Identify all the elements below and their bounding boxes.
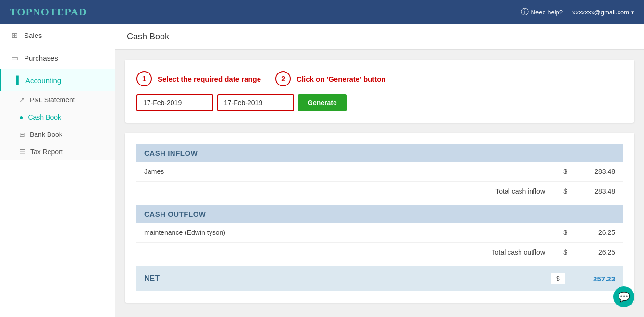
outflow-total-amount: 26.25 (567, 248, 615, 256)
trend-up-icon: ↗ (19, 96, 25, 104)
step2-text: Click on 'Generate' button (297, 75, 386, 83)
main-layout: ⊞ Sales ▭ Purchases ▐ Accounting ↗ P&L S… (0, 24, 644, 317)
net-currency: $ (551, 273, 565, 284)
generate-button[interactable]: Generate (298, 94, 347, 111)
sidebar-item-cash-book[interactable]: ● Cash Book (0, 109, 115, 126)
chat-icon: 💬 (618, 291, 630, 303)
cash-outflow-header: CASH OUTFLOW (136, 205, 623, 223)
inflow-row-amount: 283.48 (567, 168, 615, 175)
submenu-label-bank-book: Bank Book (30, 131, 62, 138)
inflow-row-name: James (144, 168, 553, 175)
date-to-input[interactable] (217, 94, 294, 111)
submenu-label-pl: P&L Statement (30, 96, 75, 104)
main-content: Cash Book 1 Select the required date ran… (115, 24, 644, 317)
cash-outflow-row-maintenance: maintenance (Edwin tyson) $ 26.25 (136, 223, 623, 243)
inflow-total-label: Total cash inflow (144, 187, 553, 195)
bar-chart-icon: ▐ (11, 76, 21, 85)
header-right: ⓘ Need help? xxxxxxx@gmail.com ▾ (521, 7, 634, 17)
user-menu[interactable]: xxxxxxx@gmail.com ▾ (572, 9, 634, 16)
cash-outflow-total-row: Total cash outflow $ 26.25 (136, 243, 623, 262)
step1-text: Select the required date range (158, 75, 261, 83)
sidebar-label-accounting: Accounting (25, 76, 61, 85)
content-area: 1 Select the required date range 2 Click… (115, 50, 644, 312)
sidebar-item-tax-report[interactable]: ☰ Tax Report (0, 143, 115, 160)
sidebar-item-purchases[interactable]: ▭ Purchases (0, 47, 115, 69)
sidebar-item-sales[interactable]: ⊞ Sales (0, 24, 115, 47)
inflow-total-amount: 283.48 (567, 187, 615, 195)
cash-inflow-header: CASH INFLOW (136, 144, 623, 162)
cash-outflow-section: CASH OUTFLOW maintenance (Edwin tyson) $… (136, 205, 623, 262)
app-header: TopNotepad ⓘ Need help? xxxxxxx@gmail.co… (0, 0, 644, 24)
page-title: Cash Book (127, 32, 632, 42)
bank-icon: ⊟ (19, 131, 25, 138)
outflow-total-currency: $ (553, 248, 567, 256)
inbox-icon: ▭ (10, 53, 19, 62)
outflow-row-currency: $ (553, 229, 567, 236)
cash-inflow-total-row: Total cash inflow $ 283.48 (136, 182, 623, 201)
app-logo: TopNotepad (10, 6, 87, 18)
outflow-row-name: maintenance (Edwin tyson) (144, 229, 553, 236)
layers-icon: ⊞ (10, 31, 19, 40)
outflow-total-label: Total cash outflow (144, 248, 553, 256)
help-icon: ⓘ (521, 7, 529, 17)
net-row: NET $ 257.23 (136, 266, 623, 291)
net-label: NET (144, 274, 551, 283)
step2-circle: 2 (275, 71, 291, 86)
sidebar-item-accounting[interactable]: ▐ Accounting (0, 69, 115, 91)
results-card: CASH INFLOW James $ 283.48 Total cash in… (125, 133, 634, 303)
submenu-label-tax-report: Tax Report (30, 148, 63, 156)
net-amount: 257.23 (567, 275, 615, 283)
sidebar: ⊞ Sales ▭ Purchases ▐ Accounting ↗ P&L S… (0, 24, 115, 317)
accounting-submenu: ↗ P&L Statement ● Cash Book ⊟ Bank Book … (0, 91, 115, 160)
outflow-row-amount: 26.25 (567, 229, 615, 236)
sidebar-item-bank-book[interactable]: ⊟ Bank Book (0, 126, 115, 143)
cash-inflow-row-james: James $ 283.48 (136, 162, 623, 182)
instructions-row: 1 Select the required date range 2 Click… (136, 71, 623, 86)
help-label: Need help? (531, 9, 563, 16)
step1-circle: 1 (136, 71, 152, 86)
dollar-circle-icon: ● (19, 113, 23, 121)
user-email: xxxxxxx@gmail.com (572, 9, 629, 16)
instructions-card: 1 Select the required date range 2 Click… (125, 60, 634, 123)
date-range-row: Generate (136, 94, 623, 111)
cash-inflow-section: CASH INFLOW James $ 283.48 Total cash in… (136, 144, 623, 201)
step1-item: 1 Select the required date range (136, 71, 261, 86)
step2-item: 2 Click on 'Generate' button (275, 71, 386, 86)
inflow-row-currency: $ (553, 168, 567, 175)
help-link[interactable]: ⓘ Need help? (521, 7, 563, 17)
sidebar-label-sales: Sales (24, 31, 42, 39)
document-icon: ☰ (19, 148, 25, 156)
chevron-down-icon: ▾ (631, 9, 634, 16)
page-title-bar: Cash Book (115, 24, 644, 50)
sidebar-item-pl-statement[interactable]: ↗ P&L Statement (0, 91, 115, 109)
date-from-input[interactable] (136, 94, 213, 111)
chat-bubble[interactable]: 💬 (613, 286, 634, 307)
submenu-label-cash-book: Cash Book (28, 113, 61, 121)
sidebar-label-purchases: Purchases (24, 54, 58, 62)
inflow-total-currency: $ (553, 187, 567, 195)
